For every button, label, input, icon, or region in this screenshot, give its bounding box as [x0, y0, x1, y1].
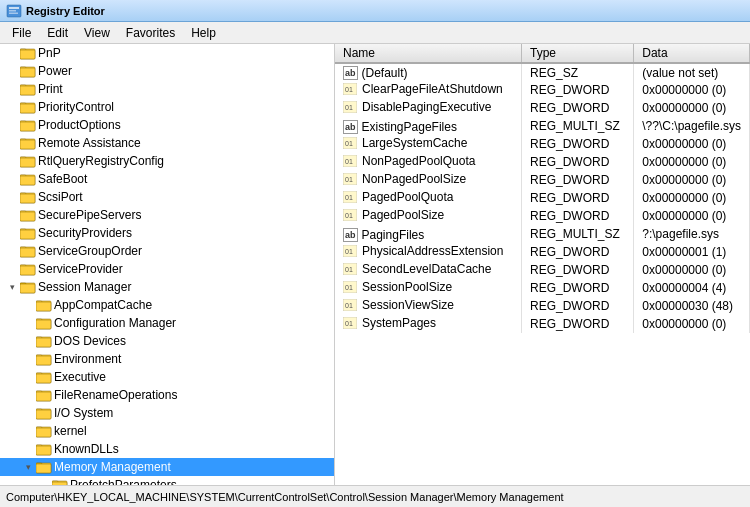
table-row[interactable]: 01 NonPagedPoolSize REG_DWORD 0x00000000… [335, 171, 750, 189]
registry-table[interactable]: Name Type Data ab (Default) REG_SZ (valu… [335, 44, 750, 485]
svg-rect-60 [36, 374, 51, 383]
svg-rect-30 [20, 194, 35, 203]
table-row[interactable]: 01 ClearPageFileAtShutdown REG_DWORD 0x0… [335, 81, 750, 99]
svg-rect-1 [9, 7, 19, 9]
tree-label: ServiceGroupOrder [38, 244, 142, 258]
cell-type: REG_DWORD [521, 99, 633, 117]
tree-item-memorymanagement[interactable]: ▾ Memory Management [0, 458, 334, 476]
tree-item-dosdevices[interactable]: DOS Devices [0, 332, 334, 350]
cell-name: 01 PagedPoolQuota [335, 189, 521, 207]
tree-item-knowndlls[interactable]: KnownDLLs [0, 440, 334, 458]
tree-item-print[interactable]: Print [0, 80, 334, 98]
table-row[interactable]: 01 PhysicalAddressExtension REG_DWORD 0x… [335, 243, 750, 261]
tree-item-iosystem[interactable]: I/O System [0, 404, 334, 422]
tree-item-executive[interactable]: Executive [0, 368, 334, 386]
tree-label: PnP [38, 46, 61, 60]
tree-item-pnp[interactable]: PnP [0, 44, 334, 62]
tree-label: RtlQueryRegistryConfig [38, 154, 164, 168]
tree-item-sessionmanager[interactable]: ▾ Session Manager [0, 278, 334, 296]
svg-rect-24 [20, 158, 35, 167]
tree-item-kernel[interactable]: kernel [0, 422, 334, 440]
tree-item-rtlqueryregistryconfig[interactable]: RtlQueryRegistryConfig [0, 152, 334, 170]
svg-rect-3 [9, 12, 18, 14]
svg-text:01: 01 [345, 86, 353, 93]
table-header-row: Name Type Data [335, 44, 750, 63]
tree-label: PrefetchParameters [70, 478, 177, 485]
right-panel: Name Type Data ab (Default) REG_SZ (valu… [335, 44, 750, 485]
main-container: PnP Power Print PriorityControl ProductO [0, 44, 750, 507]
tree-item-environment[interactable]: Environment [0, 350, 334, 368]
registry-values-table: Name Type Data ab (Default) REG_SZ (valu… [335, 44, 750, 333]
tree-item-servicegrouporder[interactable]: ServiceGroupOrder [0, 242, 334, 260]
svg-rect-57 [36, 356, 51, 365]
table-row[interactable]: 01 SessionViewSize REG_DWORD 0x00000030 … [335, 297, 750, 315]
table-row[interactable]: ab ExistingPageFiles REG_MULTI_SZ \??\C:… [335, 117, 750, 135]
menu-help[interactable]: Help [183, 24, 224, 42]
svg-rect-63 [36, 392, 51, 401]
svg-rect-33 [20, 212, 35, 221]
expand-icon[interactable]: ▾ [20, 459, 36, 475]
tree-item-securityproviders[interactable]: SecurityProviders [0, 224, 334, 242]
col-type: Type [521, 44, 633, 63]
cell-name: ab ExistingPageFiles [335, 117, 521, 135]
menu-edit[interactable]: Edit [39, 24, 76, 42]
cell-type: REG_DWORD [521, 207, 633, 225]
tree-item-remoteassistance[interactable]: Remote Assistance [0, 134, 334, 152]
menu-file[interactable]: File [4, 24, 39, 42]
table-row[interactable]: 01 DisablePagingExecutive REG_DWORD 0x00… [335, 99, 750, 117]
tree-item-power[interactable]: Power [0, 62, 334, 80]
cell-type: REG_DWORD [521, 135, 633, 153]
table-row[interactable]: 01 LargeSystemCache REG_DWORD 0x00000000… [335, 135, 750, 153]
table-row[interactable]: 01 SystemPages REG_DWORD 0x00000000 (0) [335, 315, 750, 333]
cell-name: 01 SecondLevelDataCache [335, 261, 521, 279]
svg-rect-27 [20, 176, 35, 185]
cell-type: REG_DWORD [521, 315, 633, 333]
tree-item-prioritycontrol[interactable]: PriorityControl [0, 98, 334, 116]
tree-item-productoptions[interactable]: ProductOptions [0, 116, 334, 134]
cell-data: (value not set) [634, 63, 750, 81]
svg-text:01: 01 [345, 194, 353, 201]
tree-item-appcompatcache[interactable]: AppCompatCache [0, 296, 334, 314]
tree-label: Configuration Manager [54, 316, 176, 330]
tree-item-safeboot[interactable]: SafeBoot [0, 170, 334, 188]
tree-label: kernel [54, 424, 87, 438]
menu-view[interactable]: View [76, 24, 118, 42]
tree-item-configmanager[interactable]: Configuration Manager [0, 314, 334, 332]
tree-scroll[interactable]: PnP Power Print PriorityControl ProductO [0, 44, 334, 485]
tree-label: ScsiPort [38, 190, 83, 204]
cell-name: 01 PagedPoolSize [335, 207, 521, 225]
tree-item-prefetchparameters[interactable]: PrefetchParameters [0, 476, 334, 485]
tree-label: I/O System [54, 406, 113, 420]
table-row[interactable]: 01 SecondLevelDataCache REG_DWORD 0x0000… [335, 261, 750, 279]
tree-label: SafeBoot [38, 172, 87, 186]
svg-rect-66 [36, 410, 51, 419]
tree-label: Session Manager [38, 280, 131, 294]
tree-item-filerenameoperations[interactable]: FileRenameOperations [0, 386, 334, 404]
svg-rect-6 [20, 50, 35, 59]
svg-rect-42 [20, 266, 35, 275]
svg-text:01: 01 [345, 302, 353, 309]
tree-label: ServiceProvider [38, 262, 123, 276]
cell-data: 0x00000001 (1) [634, 243, 750, 261]
tree-item-securepipeservers[interactable]: SecurePipeServers [0, 206, 334, 224]
expand-icon[interactable]: ▾ [4, 279, 20, 295]
tree-item-serviceprovider[interactable]: ServiceProvider [0, 260, 334, 278]
svg-rect-48 [36, 302, 51, 311]
table-row[interactable]: 01 PagedPoolQuota REG_DWORD 0x00000000 (… [335, 189, 750, 207]
menu-favorites[interactable]: Favorites [118, 24, 183, 42]
tree-label: Memory Management [54, 460, 171, 474]
tree-item-scsiport[interactable]: ScsiPort [0, 188, 334, 206]
cell-type: REG_DWORD [521, 153, 633, 171]
table-row[interactable]: ab (Default) REG_SZ (value not set) [335, 63, 750, 81]
tree-label: ProductOptions [38, 118, 121, 132]
cell-data: 0x00000000 (0) [634, 153, 750, 171]
cell-data: 0x00000000 (0) [634, 315, 750, 333]
table-row[interactable]: 01 PagedPoolSize REG_DWORD 0x00000000 (0… [335, 207, 750, 225]
table-row[interactable]: ab PagingFiles REG_MULTI_SZ ?:\pagefile.… [335, 225, 750, 243]
svg-text:01: 01 [345, 266, 353, 273]
cell-data: 0x00000004 (4) [634, 279, 750, 297]
cell-data: 0x00000000 (0) [634, 261, 750, 279]
cell-name: ab (Default) [335, 63, 521, 81]
table-row[interactable]: 01 NonPagedPoolQuota REG_DWORD 0x0000000… [335, 153, 750, 171]
table-row[interactable]: 01 SessionPoolSize REG_DWORD 0x00000004 … [335, 279, 750, 297]
